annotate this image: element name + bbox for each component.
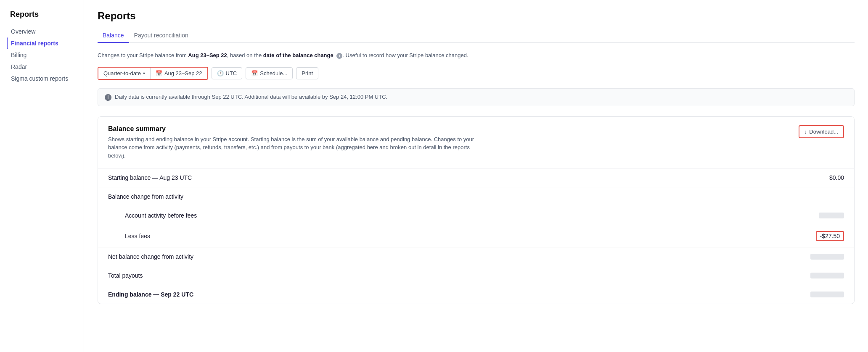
- table-row: Net balance change from activity: [98, 247, 854, 266]
- page-title: Reports: [98, 10, 855, 22]
- row-label-net-balance-change: Net balance change from activity: [108, 253, 193, 260]
- print-button[interactable]: Print: [296, 67, 318, 79]
- table-row: Total payouts: [98, 266, 854, 285]
- period-label: Quarter-to-date: [103, 70, 141, 76]
- sidebar-item-sigma[interactable]: Sigma custom reports: [7, 73, 77, 84]
- row-value-less-fees: -$27.50: [816, 231, 844, 241]
- row-value-net-balance-change: [810, 254, 844, 260]
- table-row: Starting balance — Aug 23 UTC $0.00: [98, 168, 854, 187]
- sidebar-item-overview[interactable]: Overview: [7, 26, 77, 37]
- table-row: Less fees -$27.50: [98, 225, 854, 247]
- period-selector-button[interactable]: Quarter-to-date ▾: [98, 68, 151, 79]
- row-value-account-activity: [819, 213, 844, 218]
- card-description: Shows starting and ending balance in you…: [108, 135, 487, 160]
- info-circle-icon: i: [105, 94, 111, 101]
- card-header-text: Balance summary Shows starting and endin…: [108, 125, 487, 160]
- date-range-button[interactable]: 📅 Aug 23–Sep 22: [151, 68, 207, 79]
- row-label-ending-balance: Ending balance — Sep 22 UTC: [108, 291, 193, 298]
- calendar-icon: 📅: [156, 70, 162, 76]
- info-banner: i Daily data is currently available thro…: [98, 88, 855, 106]
- date-period-group: Quarter-to-date ▾ 📅 Aug 23–Sep 22: [98, 67, 208, 80]
- table-row: Account activity before fees: [98, 206, 854, 225]
- row-label-starting-balance: Starting balance — Aug 23 UTC: [108, 174, 192, 181]
- table-row: Ending balance — Sep 22 UTC: [98, 285, 854, 304]
- schedule-button[interactable]: 📅 Schedule...: [246, 67, 293, 79]
- row-label-balance-change-activity: Balance change from activity: [108, 193, 183, 200]
- timezone-button[interactable]: 🕐 UTC: [212, 67, 243, 79]
- schedule-label: Schedule...: [260, 70, 287, 76]
- timezone-label: UTC: [226, 70, 237, 76]
- sidebar-item-financial-reports[interactable]: Financial reports: [7, 37, 77, 49]
- tab-balance[interactable]: Balance: [98, 29, 129, 43]
- sidebar: Reports Overview Financial reports Billi…: [0, 0, 84, 352]
- row-label-less-fees: Less fees: [125, 233, 150, 239]
- row-label-account-activity: Account activity before fees: [125, 212, 197, 219]
- row-label-total-payouts: Total payouts: [108, 272, 143, 279]
- chevron-down-icon: ▾: [143, 71, 145, 76]
- row-value-starting-balance: $0.00: [829, 174, 844, 181]
- sidebar-item-billing[interactable]: Billing: [7, 49, 77, 61]
- toolbar: Quarter-to-date ▾ 📅 Aug 23–Sep 22 🕐 UTC …: [98, 67, 855, 80]
- card-title: Balance summary: [108, 125, 487, 133]
- row-value-total-payouts: [810, 273, 844, 278]
- print-label: Print: [302, 70, 313, 76]
- row-value-ending-balance: [810, 292, 844, 297]
- info-message-text: Daily data is currently available throug…: [115, 94, 387, 100]
- sidebar-item-radar[interactable]: Radar: [7, 61, 77, 73]
- download-label: Download...: [809, 129, 838, 135]
- main-content: Reports Balance Payout reconciliation Ch…: [84, 0, 868, 352]
- download-icon: ↓: [804, 129, 807, 135]
- tab-payout-reconciliation[interactable]: Payout reconciliation: [129, 29, 193, 43]
- date-range-label: Aug 23–Sep 22: [164, 70, 202, 76]
- card-header: Balance summary Shows starting and endin…: [98, 117, 854, 169]
- sidebar-title: Reports: [7, 10, 77, 19]
- tabs: Balance Payout reconciliation: [98, 29, 855, 43]
- report-description: Changes to your Stripe balance from Aug …: [98, 51, 855, 60]
- balance-summary-card: Balance summary Shows starting and endin…: [98, 116, 855, 305]
- download-button[interactable]: ↓ Download...: [799, 125, 844, 138]
- calendar2-icon: 📅: [251, 70, 258, 76]
- table-row: Balance change from activity: [98, 187, 854, 206]
- clock-icon: 🕐: [217, 70, 224, 76]
- info-icon: i: [336, 53, 342, 59]
